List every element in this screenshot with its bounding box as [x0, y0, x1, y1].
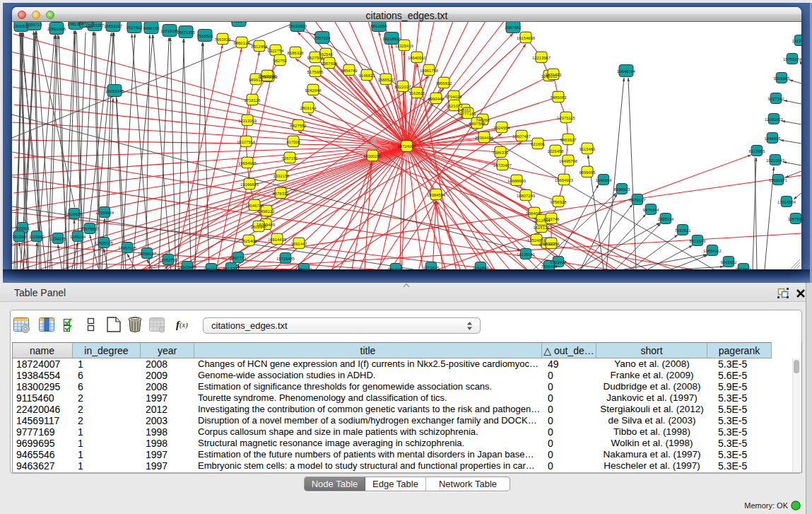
svg-text:17359924: 17359924: [95, 211, 114, 215]
svg-text:19218506: 19218506: [382, 37, 401, 41]
svg-text:16914479: 16914479: [268, 238, 286, 242]
svg-text:1292344: 1292344: [204, 267, 220, 270]
svg-text:9474444: 9474444: [643, 208, 660, 212]
svg-text:1498222: 1498222: [259, 209, 275, 214]
svg-text:9463627: 9463627: [560, 138, 577, 142]
svg-text:1615132: 1615132: [534, 226, 550, 230]
svg-text:15716485: 15716485: [276, 257, 295, 261]
svg-text:18807249: 18807249: [517, 194, 535, 198]
svg-text:15692971: 15692971: [769, 178, 787, 182]
svg-text:10653257: 10653257: [104, 24, 122, 28]
svg-text:1244415: 1244415: [765, 136, 782, 141]
svg-text:10648784: 10648784: [617, 69, 636, 74]
svg-text:16495798: 16495798: [559, 159, 578, 163]
svg-text:19958127: 19958127: [138, 252, 156, 256]
svg-text:10210643: 10210643: [766, 158, 785, 163]
svg-text:14135141: 14135141: [517, 252, 535, 257]
svg-text:20053346: 20053346: [105, 89, 124, 93]
svg-text:9777169: 9777169: [460, 112, 476, 116]
svg-text:9322754: 9322754: [268, 49, 285, 53]
svg-text:10688609: 10688609: [507, 179, 526, 183]
svg-text:16107554: 16107554: [237, 140, 256, 144]
svg-text:985573: 985573: [79, 22, 93, 24]
svg-text:1873493: 1873493: [546, 73, 563, 77]
svg-text:8454749: 8454749: [341, 69, 358, 73]
svg-text:2020655: 2020655: [66, 212, 83, 216]
svg-text:16154838: 16154838: [517, 36, 536, 40]
svg-text:7485063: 7485063: [551, 95, 567, 100]
svg-text:1373645: 1373645: [423, 266, 440, 270]
svg-text:1332156: 1332156: [273, 174, 290, 178]
svg-text:12505135: 12505135: [95, 241, 114, 245]
svg-text:2803144: 2803144: [300, 106, 317, 110]
svg-text:1405571: 1405571: [231, 22, 247, 23]
svg-text:8186328: 8186328: [288, 51, 305, 55]
svg-text:7663822: 7663822: [215, 37, 231, 42]
svg-text:9617741: 9617741: [388, 267, 404, 270]
svg-text:3267150: 3267150: [282, 156, 299, 160]
svg-text:8322037: 8322037: [395, 85, 411, 89]
svg-text:9146821: 9146821: [359, 74, 375, 78]
svg-text:1588520: 1588520: [378, 78, 395, 82]
svg-text:20364436: 20364436: [475, 136, 494, 140]
svg-text:9245652: 9245652: [721, 260, 737, 264]
svg-text:7834418: 7834418: [541, 264, 558, 269]
svg-text:1054192: 1054192: [296, 267, 312, 270]
svg-text:6479197: 6479197: [630, 198, 646, 202]
svg-text:20691406: 20691406: [47, 27, 66, 31]
svg-text:19654985: 19654985: [238, 161, 257, 165]
svg-text:9324501: 9324501: [736, 267, 752, 270]
svg-text:16671355: 16671355: [177, 30, 196, 35]
svg-text:391590: 391590: [12, 235, 26, 239]
svg-text:17957225: 17957225: [118, 246, 137, 250]
svg-text:1025458: 1025458: [548, 149, 565, 153]
svg-text:9860124: 9860124: [234, 41, 251, 45]
svg-text:9612254: 9612254: [543, 242, 560, 246]
svg-text:8678332: 8678332: [273, 192, 289, 196]
svg-text:10654112: 10654112: [703, 249, 722, 253]
svg-text:(x): (x): [180, 321, 188, 329]
svg-text:12923448: 12923448: [178, 265, 197, 269]
svg-text:7357224: 7357224: [314, 36, 331, 40]
svg-text:10046748: 10046748: [245, 204, 264, 208]
svg-text:18724007: 18724007: [397, 144, 416, 148]
svg-text:2367608: 2367608: [322, 62, 339, 66]
svg-text:9329965: 9329965: [774, 76, 791, 81]
svg-text:1145194: 1145194: [70, 235, 86, 239]
svg-text:621606: 621606: [531, 142, 545, 146]
svg-text:9756928: 9756928: [551, 200, 567, 204]
svg-text:8912954: 8912954: [252, 45, 269, 49]
svg-text:7386372: 7386372: [493, 151, 509, 155]
svg-text:7632621: 7632621: [675, 228, 691, 233]
svg-text:1733746: 1733746: [543, 217, 560, 221]
svg-text:6497568: 6497568: [469, 122, 486, 126]
svg-text:15751074: 15751074: [783, 57, 801, 62]
svg-text:9699695: 9699695: [579, 170, 596, 175]
svg-text:8427552: 8427552: [290, 124, 307, 128]
svg-text:1640954: 1640954: [596, 178, 613, 182]
svg-text:7515526: 7515526: [197, 34, 214, 38]
svg-text:8471676: 8471676: [690, 239, 707, 243]
svg-text:2087682: 2087682: [505, 25, 522, 30]
svg-text:19384554: 19384554: [427, 193, 446, 197]
svg-text:982753: 982753: [273, 59, 287, 63]
svg-text:1167533: 1167533: [788, 217, 801, 221]
svg-text:11325419: 11325419: [395, 44, 413, 48]
svg-text:16033809: 16033809: [288, 24, 307, 28]
svg-text:8215955: 8215955: [749, 149, 766, 153]
svg-text:18300295: 18300295: [363, 154, 382, 158]
svg-text:5175685: 5175685: [307, 70, 324, 74]
svg-text:9813207: 9813207: [223, 267, 240, 270]
svg-text:19654923: 19654923: [555, 178, 574, 182]
svg-text:3024554: 3024554: [494, 126, 511, 130]
svg-text:7955812: 7955812: [436, 81, 452, 86]
svg-text:6466160: 6466160: [143, 26, 160, 30]
svg-text:12213967: 12213967: [532, 56, 551, 60]
svg-text:18640910: 18640910: [408, 56, 427, 60]
svg-text:19166825: 19166825: [240, 182, 259, 187]
svg-text:10607487: 10607487: [512, 134, 531, 139]
svg-text:1115682: 1115682: [29, 235, 45, 239]
svg-text:22420046: 22420046: [258, 74, 277, 78]
svg-text:2055713: 2055713: [26, 23, 43, 27]
svg-text:18720407: 18720407: [493, 163, 512, 168]
